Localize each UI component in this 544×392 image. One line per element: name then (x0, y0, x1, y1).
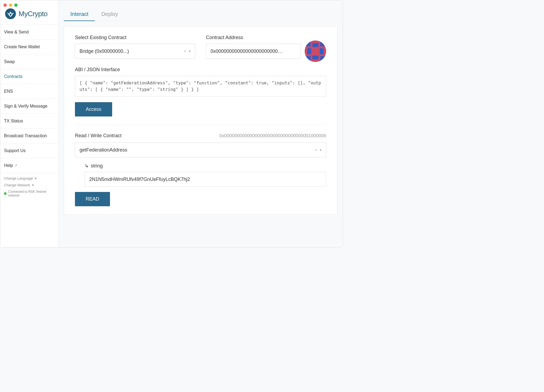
svg-rect-10 (312, 56, 318, 59)
tab-interact[interactable]: Interact (64, 8, 95, 21)
output-label: ↳ string (85, 163, 326, 169)
main-layout: MyCrypto View & Send Create New Wallet S… (0, 0, 343, 247)
select-contract-dropdown[interactable]: Bridge (0x00000000...) × ▾ (75, 44, 195, 59)
sidebar-item-tx-status[interactable]: TX Status (0, 114, 58, 129)
output-value-field[interactable]: 2N1N5mdHWmRUfv49f7GnUeFfuyLcBQK7hj2 (85, 172, 326, 187)
rw-label: Read / Write Contract (75, 133, 122, 139)
external-link-icon: ↗ (15, 164, 17, 167)
nav-label: View & Send (4, 30, 29, 35)
read-write-section: Read / Write Contract 0x0000000000000000… (75, 133, 326, 206)
status-dot-icon (4, 192, 6, 195)
clear-icon[interactable]: × (315, 148, 317, 152)
tabs: Interact Deploy (58, 0, 343, 21)
clear-icon[interactable]: × (184, 49, 186, 53)
tab-deploy[interactable]: Deploy (95, 8, 125, 21)
close-window-button[interactable] (4, 4, 7, 7)
logo-text: MyCrypto (19, 10, 47, 18)
read-button[interactable]: READ (75, 192, 110, 206)
abi-input[interactable]: [ { "name": "getFederationAddress", "typ… (75, 76, 326, 97)
sidebar: MyCrypto View & Send Create New Wallet S… (0, 0, 58, 247)
contract-address-input[interactable]: 0x00000000000000000000000… (206, 44, 301, 59)
svg-rect-3 (305, 40, 311, 46)
output-value-text: 2N1N5mdHWmRUfv49f7GnUeFfuyLcBQK7hj2 (89, 177, 190, 182)
access-button[interactable]: Access (75, 102, 112, 116)
address-value: 0x00000000000000000000000… (211, 49, 283, 54)
chevron-down-icon[interactable]: ▾ (320, 148, 322, 152)
contract-card: Select Existing Contract Bridge (0x00000… (64, 26, 337, 215)
function-value: getFederationAddress (80, 147, 315, 153)
nav-label: Support Us (4, 148, 26, 153)
sidebar-footer: Change Language ➤ Change Network ➤ Conne… (0, 173, 58, 201)
rw-address: 0x00000000000000000000000000000000010000… (219, 133, 326, 139)
rw-header: Read / Write Contract 0x0000000000000000… (75, 133, 326, 139)
sidebar-item-help[interactable]: Help ↗ (0, 158, 58, 173)
svg-rect-9 (320, 56, 326, 62)
footer-label: Change Network (4, 183, 30, 187)
output-row: ↳ string 2N1N5mdHWmRUfv49f7GnUeFfuyLcBQK… (75, 163, 326, 187)
chevron-right-icon: ➤ (35, 177, 37, 180)
status-text: Connected to RSK Testnet network (8, 190, 54, 197)
svg-rect-4 (320, 40, 326, 46)
svg-rect-8 (305, 56, 311, 62)
chevron-right-icon: ➤ (32, 183, 34, 187)
abi-label: ABI / JSON Interface (75, 67, 326, 73)
sidebar-item-swap[interactable]: Swap (0, 54, 58, 69)
function-select-dropdown[interactable]: getFederationAddress × ▾ (75, 142, 326, 157)
nav-label: Create New Wallet (4, 44, 40, 49)
app-window: MyCrypto View & Send Create New Wallet S… (0, 0, 343, 247)
svg-rect-7 (320, 48, 323, 54)
nav-list: View & Send Create New Wallet Swap Contr… (0, 25, 58, 173)
output-type: string (91, 163, 103, 169)
change-network-link[interactable]: Change Network ➤ (4, 183, 54, 187)
sidebar-item-support[interactable]: Support Us (0, 143, 58, 158)
nav-label: TX Status (4, 119, 23, 123)
nav-label: Sign & Verify Message (4, 104, 47, 109)
window-controls (4, 4, 18, 7)
select-value: Bridge (0x00000000...) (80, 49, 184, 54)
address-identicon (305, 40, 326, 62)
footer-label: Change Language (4, 176, 33, 180)
contract-address-col: Contract Address 0x000000000000000000000… (206, 35, 326, 59)
divider (75, 125, 326, 125)
select-contract-col: Select Existing Contract Bridge (0x00000… (75, 35, 195, 59)
sidebar-item-sign-verify[interactable]: Sign & Verify Message (0, 99, 58, 114)
nav-label: ENS (4, 89, 13, 94)
nav-label: Swap (4, 59, 15, 64)
svg-rect-6 (307, 48, 311, 54)
abi-section: ABI / JSON Interface [ { "name": "getFed… (75, 67, 326, 116)
nav-label: Broadcast Transaction (4, 133, 47, 138)
select-controls: × ▾ (184, 49, 191, 53)
svg-point-0 (5, 8, 16, 19)
sidebar-item-view-send[interactable]: View & Send (0, 25, 58, 40)
content-area: Interact Deploy Select Existing Contract… (58, 0, 343, 247)
maximize-window-button[interactable] (14, 4, 18, 7)
select-controls: × ▾ (315, 148, 322, 152)
nav-label: Help (4, 163, 13, 168)
nav-label: Contracts (4, 74, 22, 79)
sidebar-item-create-wallet[interactable]: Create New Wallet (0, 40, 58, 54)
logo-icon (5, 8, 16, 19)
minimize-window-button[interactable] (9, 4, 12, 7)
network-status: Connected to RSK Testnet network (4, 190, 54, 197)
contract-address-label: Contract Address (206, 35, 301, 40)
sidebar-item-broadcast[interactable]: Broadcast Transaction (0, 129, 58, 143)
chevron-down-icon[interactable]: ▾ (189, 49, 191, 53)
svg-rect-5 (312, 43, 318, 47)
sidebar-item-contracts[interactable]: Contracts (0, 69, 58, 84)
change-language-link[interactable]: Change Language ➤ (4, 176, 54, 180)
sidebar-item-ens[interactable]: ENS (0, 84, 58, 99)
select-contract-label: Select Existing Contract (75, 35, 195, 40)
contract-select-row: Select Existing Contract Bridge (0x00000… (75, 35, 326, 59)
return-arrow-icon: ↳ (85, 163, 89, 169)
